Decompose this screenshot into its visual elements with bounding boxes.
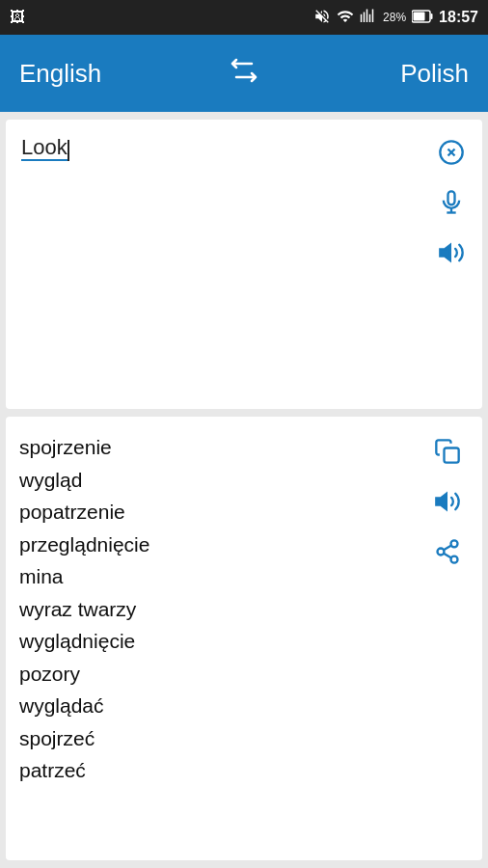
svg-line-16 xyxy=(444,546,451,551)
nav-bar: English Polish xyxy=(0,35,488,112)
text-cursor xyxy=(68,140,69,161)
svg-point-13 xyxy=(438,549,445,556)
list-item: spojrzeć xyxy=(19,723,426,754)
list-item: popatrzenie xyxy=(19,497,426,528)
status-bar-right: 28% 18:57 xyxy=(313,8,478,28)
main-content: Look xyxy=(0,112,488,868)
image-icon: 🖼 xyxy=(10,9,25,26)
list-item: wyglądnięcie xyxy=(19,626,426,657)
list-item: wygląd xyxy=(19,465,426,496)
battery-icon xyxy=(412,10,433,26)
microphone-button[interactable] xyxy=(434,185,469,220)
input-section: Look xyxy=(6,120,482,409)
results-action-icons xyxy=(426,432,469,845)
share-button[interactable] xyxy=(430,534,465,569)
list-item: wyraz twarzy xyxy=(19,594,426,625)
list-item: wyglądać xyxy=(19,691,426,721)
target-language[interactable]: Polish xyxy=(353,59,469,89)
svg-rect-1 xyxy=(431,14,433,19)
svg-line-15 xyxy=(444,554,451,558)
svg-rect-6 xyxy=(448,191,455,204)
clear-input-button[interactable] xyxy=(434,135,469,170)
input-text-display: Look xyxy=(21,135,68,161)
signal-icon xyxy=(360,8,377,28)
svg-marker-11 xyxy=(436,494,447,509)
results-section: spojrzeniewyglądpopatrzenieprzeglądnięci… xyxy=(6,417,482,860)
list-item: spojrzenie xyxy=(19,432,426,463)
wifi-icon xyxy=(337,8,354,28)
svg-rect-2 xyxy=(414,12,425,20)
list-item: mina xyxy=(19,561,426,592)
status-bar-left: 🖼 xyxy=(10,9,25,26)
list-item: patrzeć xyxy=(19,755,426,786)
copy-translation-button[interactable] xyxy=(430,434,465,469)
status-bar: 🖼 28% 18:57 xyxy=(0,0,488,35)
svg-marker-9 xyxy=(440,245,450,260)
svg-point-12 xyxy=(451,540,458,547)
input-action-icons xyxy=(430,133,473,395)
clock: 18:57 xyxy=(439,9,478,26)
tts-source-button[interactable] xyxy=(434,235,469,270)
results-list: spojrzeniewyglądpopatrzenieprzeglądnięci… xyxy=(19,432,426,845)
battery-percentage: 28% xyxy=(383,11,406,24)
mute-icon xyxy=(313,8,331,28)
svg-rect-10 xyxy=(445,448,459,463)
tts-translation-button[interactable] xyxy=(430,484,465,519)
list-item: przeglądnięcie xyxy=(19,529,426,560)
source-language[interactable]: English xyxy=(19,59,135,89)
svg-point-14 xyxy=(451,556,458,563)
list-item: pozory xyxy=(19,659,426,690)
swap-languages-button[interactable] xyxy=(225,56,263,92)
